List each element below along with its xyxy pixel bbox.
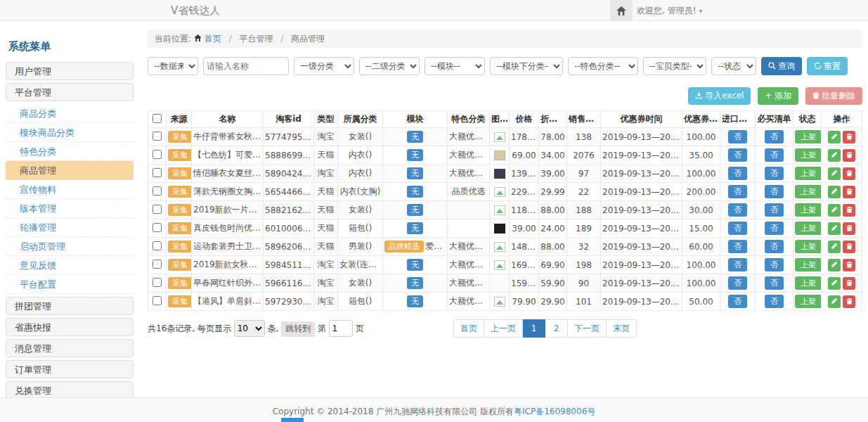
row-checkbox[interactable] [153, 150, 162, 159]
delete-button[interactable] [843, 277, 855, 290]
delete-button[interactable] [843, 241, 855, 253]
sidebar-item[interactable]: 启动页管理 [6, 237, 134, 256]
home-button[interactable] [610, 0, 633, 20]
must-buy-toggle[interactable]: 否 [765, 276, 784, 290]
sidebar-section-users[interactable]: 用户管理 [6, 62, 134, 80]
sidebar-section-platform[interactable]: 平台管理 [6, 83, 134, 101]
per-page-select[interactable]: 10 [234, 320, 265, 337]
import-select-toggle[interactable]: 否 [728, 185, 747, 198]
status-button[interactable]: 上架 [795, 203, 822, 217]
item-type-select[interactable]: --宝贝类型-- [643, 57, 706, 75]
sidebar-section[interactable]: 兑换管理 [6, 381, 134, 397]
edit-button[interactable] [828, 186, 841, 198]
sidebar-item[interactable]: 模块商品分类 [6, 123, 134, 142]
pager-page-1[interactable]: 1 [523, 319, 545, 338]
pager-last[interactable]: 末页 [607, 319, 637, 338]
edit-button[interactable] [828, 222, 841, 235]
delete-button[interactable] [843, 167, 855, 180]
row-checkbox[interactable] [153, 278, 162, 287]
pager-page-2[interactable]: 2 [545, 319, 568, 338]
import-select-toggle[interactable]: 否 [728, 295, 747, 308]
import-select-toggle[interactable]: 否 [728, 258, 747, 271]
level1-category-select[interactable]: 一级分类 [294, 57, 354, 75]
sidebar-item[interactable]: 轮播管理 [6, 218, 134, 237]
delete-button[interactable] [843, 204, 855, 217]
edit-button[interactable] [828, 167, 841, 180]
data-source-select[interactable]: --数据来源-- [148, 57, 198, 75]
edit-button[interactable] [828, 131, 841, 143]
row-checkbox[interactable] [153, 241, 162, 250]
name-search-input[interactable] [203, 57, 289, 75]
import-select-toggle[interactable]: 否 [728, 276, 747, 290]
status-button[interactable]: 上架 [795, 130, 822, 143]
must-buy-toggle[interactable]: 否 [765, 222, 784, 235]
batch-delete-button[interactable]: 批量删除 [805, 87, 862, 105]
status-button[interactable]: 上架 [795, 148, 822, 162]
must-buy-toggle[interactable]: 否 [765, 130, 784, 143]
module-select[interactable]: --模块-- [425, 57, 485, 75]
sidebar-section[interactable]: 拼团管理 [6, 297, 134, 315]
status-select[interactable]: --状态-- [711, 57, 756, 75]
status-button[interactable]: 上架 [795, 167, 822, 180]
delete-button[interactable] [843, 149, 855, 162]
row-checkbox[interactable] [153, 296, 162, 305]
row-checkbox[interactable] [153, 260, 162, 269]
delete-button[interactable] [843, 222, 855, 235]
edit-button[interactable] [828, 259, 841, 271]
pager-prev[interactable]: 上一页 [484, 319, 523, 338]
edit-button[interactable] [828, 295, 841, 308]
row-checkbox[interactable] [153, 205, 162, 214]
status-button[interactable]: 上架 [795, 185, 822, 198]
status-button[interactable]: 上架 [795, 295, 822, 308]
must-buy-toggle[interactable]: 否 [765, 167, 784, 180]
sidebar-section[interactable]: 订单管理 [6, 360, 134, 378]
import-select-toggle[interactable]: 否 [728, 148, 747, 162]
import-select-toggle[interactable]: 否 [728, 203, 747, 217]
row-checkbox[interactable] [153, 168, 162, 177]
delete-button[interactable] [843, 131, 855, 143]
user-menu[interactable]: 欢迎您, 管理员!▾ [637, 0, 702, 22]
row-checkbox[interactable] [153, 132, 162, 141]
jump-button[interactable]: 跳转到 [281, 321, 315, 337]
import-excel-button[interactable]: 导入excel [688, 87, 751, 105]
sidebar-item[interactable]: 平台配置 [6, 275, 134, 294]
pager-first[interactable]: 首页 [453, 319, 484, 338]
must-buy-toggle[interactable]: 否 [765, 258, 784, 271]
sidebar-section[interactable]: 消息管理 [6, 339, 134, 357]
sidebar-item[interactable]: 商品管理 [6, 161, 134, 180]
level2-category-select[interactable]: --二级分类-- [359, 57, 420, 75]
sidebar-item[interactable]: 商品分类 [6, 104, 134, 123]
must-buy-toggle[interactable]: 否 [765, 148, 784, 162]
status-button[interactable]: 上架 [795, 222, 822, 235]
status-button[interactable]: 上架 [795, 240, 822, 253]
import-select-toggle[interactable]: 否 [728, 222, 747, 235]
import-select-toggle[interactable]: 否 [728, 167, 747, 180]
edit-button[interactable] [828, 241, 841, 253]
import-select-toggle[interactable]: 否 [728, 130, 747, 143]
reset-button[interactable]: 重置 [807, 57, 848, 75]
sidebar-item[interactable]: 宣传物料 [6, 180, 134, 199]
page-number-input[interactable] [329, 320, 353, 337]
sidebar-section[interactable]: 省惠快报 [6, 318, 134, 336]
sidebar-item[interactable]: 版本管理 [6, 199, 134, 218]
must-buy-toggle[interactable]: 否 [765, 185, 784, 198]
row-checkbox[interactable] [153, 186, 162, 196]
row-checkbox[interactable] [153, 223, 162, 232]
sidebar-item[interactable]: 特色分类 [6, 142, 134, 161]
must-buy-toggle[interactable]: 否 [765, 203, 784, 217]
edit-button[interactable] [828, 204, 841, 217]
status-button[interactable]: 上架 [795, 276, 822, 290]
must-buy-toggle[interactable]: 否 [765, 295, 784, 308]
select-all-checkbox[interactable] [153, 114, 162, 123]
edit-button[interactable] [828, 277, 841, 290]
must-buy-toggle[interactable]: 否 [765, 240, 784, 253]
delete-button[interactable] [843, 295, 855, 308]
icp-link[interactable]: 粤ICP备16098006号 [514, 407, 595, 416]
add-button[interactable]: + 添加 [758, 87, 798, 105]
delete-button[interactable] [843, 259, 855, 271]
delete-button[interactable] [843, 186, 855, 198]
edit-button[interactable] [828, 149, 841, 162]
module-sub-select[interactable]: --模块下分类-- [490, 57, 563, 75]
breadcrumb-home-link[interactable]: 首页 [194, 34, 221, 44]
import-select-toggle[interactable]: 否 [728, 240, 747, 253]
